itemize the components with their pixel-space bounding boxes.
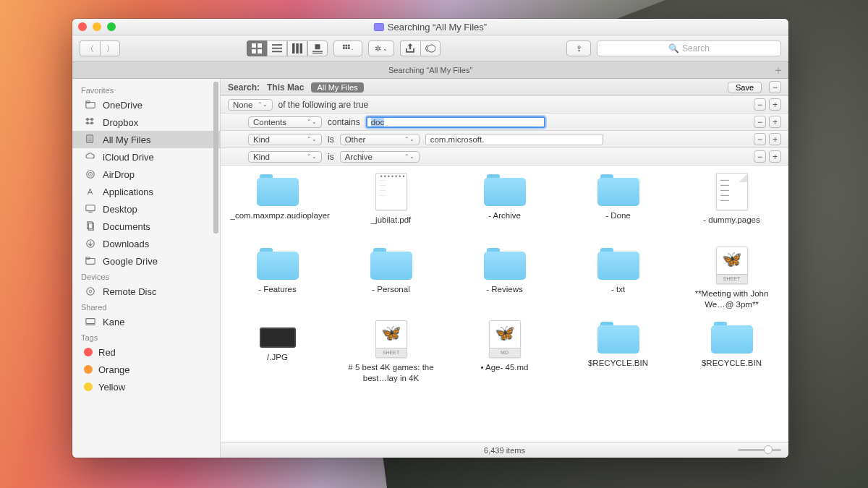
results-area[interactable]: _com.maxmpz.audioplayer·················… [221, 166, 788, 442]
scope-all-my-files[interactable]: All My Files [311, 82, 363, 93]
svg-rect-6 [272, 51, 282, 53]
add-criteria-button[interactable]: + [769, 116, 781, 128]
svg-rect-5 [272, 48, 282, 49]
action-button[interactable]: ✲⌄ [368, 40, 394, 56]
remove-criteria-button[interactable]: − [754, 150, 766, 163]
window-title: Searching “All My Files” [388, 22, 487, 33]
file-item[interactable]: 🦋MD• Age- 45.md [448, 320, 561, 384]
folder-icon [597, 320, 639, 354]
documents-icon [84, 221, 97, 231]
arrange-button[interactable]: ⌄ [333, 40, 362, 56]
tag-dot-icon [84, 348, 93, 356]
file-item[interactable]: $RECYCLE.BIN [561, 320, 675, 384]
nav-back-button[interactable]: 〈 [80, 40, 100, 56]
add-criteria-button[interactable]: + [769, 133, 781, 145]
svg-rect-0 [252, 43, 256, 48]
scope-this-mac[interactable]: This Mac [267, 82, 304, 93]
sidebar-item[interactable]: OneDrive [72, 96, 220, 114]
criteria-attribute-select[interactable]: Contents⌃⌄ [248, 116, 322, 128]
file-item[interactable]: - Reviews [448, 247, 561, 310]
criteria-value-input[interactable]: com.microsoft. [425, 134, 603, 145]
columns-icon [292, 43, 302, 53]
minimize-window-button[interactable] [93, 22, 101, 31]
sidebar-tag[interactable]: Yellow [72, 378, 220, 395]
folder-icon [597, 247, 639, 280]
criteria-value-select[interactable]: Other⌃⌄ [340, 134, 420, 145]
file-name: - txt [611, 284, 625, 306]
file-item[interactable]: _com.maxmpz.audioplayer [221, 173, 334, 236]
share-button[interactable] [400, 40, 420, 56]
zoom-window-button[interactable] [107, 22, 116, 31]
sidebar-tag[interactable]: Orange [72, 361, 220, 378]
view-icon-button[interactable] [247, 40, 267, 56]
search-field[interactable]: 🔍 Search [597, 40, 781, 56]
sidebar-item[interactable]: AApplications [72, 183, 220, 200]
sidebar-item[interactable]: iCloud Drive [72, 148, 220, 166]
sidebar-item[interactable]: Desktop [72, 200, 220, 218]
svg-rect-16 [343, 47, 345, 49]
file-item[interactable]: - txt [561, 247, 675, 310]
svg-rect-20 [427, 45, 435, 52]
sheet-icon: 🦋SHEET [716, 247, 748, 284]
sidebar-item-label: Kane [103, 317, 124, 328]
dropbox-toolbar-button[interactable]: ⇪ [566, 40, 591, 56]
criteria-attribute-select[interactable]: Kind⌃⌄ [248, 151, 322, 163]
icon-size-slider[interactable] [738, 449, 781, 451]
file-item[interactable]: 🦋SHEET**Meeting with John We…@ 3pm** [675, 247, 788, 310]
file-name: _com.maxmpz.audioplayer [231, 210, 325, 232]
svg-rect-9 [299, 43, 302, 53]
file-item[interactable]: $RECYCLE.BIN [675, 320, 788, 384]
gear-icon: ✲ [375, 44, 381, 53]
svg-point-38 [87, 288, 95, 296]
coverflow-icon [312, 43, 323, 53]
add-criteria-button[interactable]: + [769, 150, 781, 163]
all-files-icon [84, 134, 97, 145]
nav-forward-button[interactable]: 〉 [100, 40, 120, 56]
remove-criteria-button[interactable]: − [754, 116, 766, 128]
folder-icon [257, 173, 299, 206]
file-item[interactable]: - Done [561, 173, 675, 236]
add-criteria-button[interactable]: + [769, 98, 781, 111]
save-search-button[interactable]: Save [728, 82, 762, 93]
criteria-value-input[interactable]: doc [366, 116, 545, 128]
sidebar-item-label: Orange [98, 364, 129, 375]
sidebar-item[interactable]: Remote Disc [72, 283, 220, 300]
remove-search-button[interactable]: − [769, 81, 781, 93]
view-column-button[interactable] [287, 40, 307, 56]
file-item[interactable]: ━━━━━━━━━━━━━━━━━━━━- dummy.pages [675, 173, 788, 236]
view-coverflow-button[interactable] [307, 40, 328, 56]
file-item[interactable]: 🦋SHEET# 5 best 4K games: the best…lay in… [334, 320, 448, 384]
sidebar-item[interactable]: Dropbox [72, 114, 220, 131]
svg-rect-2 [252, 49, 256, 53]
file-name: - Features [258, 284, 296, 306]
remove-criteria-button[interactable]: − [754, 133, 766, 145]
sidebar-scrollbar[interactable] [213, 82, 218, 234]
file-item[interactable]: ························_jubilat.pdf [334, 173, 448, 236]
svg-rect-8 [296, 43, 299, 53]
view-list-button[interactable] [267, 40, 287, 56]
criteria-row: Kind⌃⌄isArchive⌃⌄−+ [221, 148, 788, 166]
svg-rect-10 [315, 44, 320, 49]
sidebar-tag[interactable]: Red [72, 343, 220, 361]
tab-label[interactable]: Searching “All My Files” [388, 66, 472, 74]
file-item[interactable]: /.JPG [221, 320, 334, 384]
sidebar-item-label: All My Files [103, 134, 150, 145]
file-item[interactable]: - Archive [448, 173, 561, 236]
sidebar-item[interactable]: All My Files [72, 131, 220, 148]
criteria-attribute-select[interactable]: Kind⌃⌄ [248, 134, 322, 145]
md-icon: 🦋MD [489, 320, 521, 358]
close-window-button[interactable] [78, 22, 87, 31]
sidebar-item[interactable]: Kane [72, 313, 220, 330]
file-item[interactable]: - Features [221, 247, 334, 310]
sidebar-item[interactable]: Google Drive [72, 252, 220, 270]
sidebar-item[interactable]: Documents [72, 218, 220, 235]
remove-criteria-button[interactable]: − [754, 98, 766, 111]
sidebar-item[interactable]: AirDrop [72, 166, 220, 183]
new-tab-button[interactable]: ＋ [773, 63, 784, 78]
file-item[interactable]: - Personal [334, 247, 448, 310]
tags-button[interactable] [420, 40, 441, 56]
criteria-value-select[interactable]: Archive⌃⌄ [340, 151, 420, 163]
sidebar-item[interactable]: Downloads [72, 235, 220, 252]
folder-icon [484, 173, 526, 206]
criteria-attribute-select[interactable]: None⌃⌄ [228, 99, 273, 111]
